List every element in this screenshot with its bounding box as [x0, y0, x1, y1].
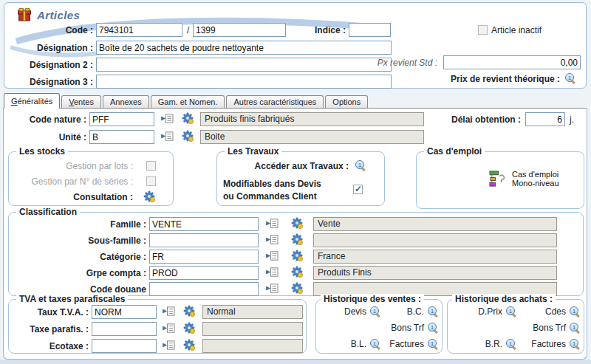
categorie-input[interactable]	[149, 250, 259, 264]
bl-loupe-icon[interactable]	[369, 338, 381, 350]
code-douane-input[interactable]	[149, 282, 259, 296]
devis-loupe-icon[interactable]	[369, 306, 381, 317]
ecotaxe-label: Ecotaxe :	[10, 341, 89, 351]
tva-group: TVA et taxes parafiscales Taux T.V.A. : …	[8, 299, 307, 354]
code-nature-display: Produits finis fabriqués	[200, 112, 424, 126]
grpe-compta-input[interactable]	[149, 266, 259, 280]
consultation-gear-icon[interactable]	[143, 190, 155, 202]
sous-famille-list-picker-icon[interactable]	[266, 235, 279, 244]
famille-input[interactable]	[149, 217, 259, 231]
px-revient-std-input[interactable]	[443, 55, 581, 69]
indice-input[interactable]	[349, 23, 391, 37]
gestion-lots-checkbox	[146, 161, 156, 171]
cas-emploi-tree-icon	[489, 171, 508, 188]
taux-tva-gear-icon[interactable]	[183, 305, 195, 317]
tab-options[interactable]: Options	[325, 95, 368, 108]
code-douane-gear-icon[interactable]	[291, 282, 303, 294]
taxe-parafis-list-picker-icon[interactable]	[163, 323, 175, 333]
taxe-parafis-input[interactable]	[92, 322, 157, 336]
code-suffix-input[interactable]	[193, 23, 286, 37]
travaux-group: Les Travaux Accéder aux Travaux : Modifi…	[216, 151, 385, 206]
page-title: Articles	[37, 9, 80, 21]
unite-gear-icon[interactable]	[182, 130, 194, 142]
travaux-group-title: Les Travaux	[225, 146, 281, 157]
grpe-compta-gear-icon[interactable]	[291, 266, 303, 278]
taux-tva-list-picker-icon[interactable]	[163, 306, 175, 316]
tab-annexes[interactable]: Annexes	[103, 95, 149, 108]
identity-panel: Articles Code : / Indice : Article inact…	[4, 2, 587, 89]
historique-ventes-group: Historique des ventes : Devis B.C. Bons …	[315, 299, 443, 354]
article-inactif-label: Article inactif	[491, 25, 542, 35]
cas-emploi-link-line2: Mono-niveau	[512, 179, 559, 188]
dprix-label: D.Prix	[478, 306, 502, 317]
gift-icon	[16, 7, 33, 21]
article-inactif-checkbox[interactable]	[478, 25, 488, 35]
grpe-compta-list-picker-icon[interactable]	[266, 267, 279, 277]
unite-list-picker-icon[interactable]	[161, 131, 174, 141]
delai-obtention-input[interactable]	[525, 112, 565, 126]
factures-ventes-history-item: Factures	[383, 338, 439, 350]
code-nature-list-picker-icon[interactable]	[161, 114, 174, 123]
tab-generalites[interactable]: Généralités	[4, 93, 60, 109]
modifiables-checkbox[interactable]	[353, 185, 363, 194]
bons-trf-achats-history-item: Bons Trf	[520, 322, 581, 334]
ecotaxe-input[interactable]	[92, 339, 157, 353]
prix-revient-theorique-label: Prix de revient théorique :	[381, 74, 560, 84]
taux-tva-input[interactable]	[92, 305, 157, 319]
sous-famille-gear-icon[interactable]	[291, 233, 303, 245]
classification-group-title: Classification	[16, 207, 80, 217]
acceder-travaux-loupe-icon[interactable]	[355, 159, 366, 171]
tab-autres-caracteristiques[interactable]: Autres caractéristiques	[226, 95, 324, 108]
consultation-label: Consultation :	[12, 192, 133, 202]
categorie-gear-icon[interactable]	[291, 250, 303, 261]
ecotaxe-gear-icon[interactable]	[183, 339, 195, 351]
indice-label: Indice :	[293, 25, 346, 35]
historique-achats-group: Historique des achats : D.Prix Cdes Bons…	[447, 299, 584, 354]
code-nature-input[interactable]	[89, 112, 154, 126]
sous-famille-input[interactable]	[149, 233, 259, 247]
devis-history-item: Devis	[318, 306, 381, 317]
categorie-display: France	[313, 250, 557, 264]
designation2-label: Désignation 2 :	[18, 60, 93, 70]
br-label: B.R.	[485, 339, 502, 349]
code-douane-label: Code douane	[12, 284, 146, 295]
designation3-input[interactable]	[96, 75, 392, 89]
bons-trf-ventes-loupe-icon[interactable]	[427, 322, 439, 334]
taxe-parafis-display	[202, 322, 303, 336]
tab-ventes[interactable]: Ventes	[61, 95, 101, 108]
taxe-parafis-gear-icon[interactable]	[183, 322, 195, 334]
unite-label: Unité :	[10, 132, 86, 142]
gestion-lots-label: Gestion par lots :	[12, 161, 133, 171]
cas-emploi-group-title: Cas d'emploi	[424, 146, 485, 157]
dprix-loupe-icon[interactable]	[505, 306, 517, 317]
ecotaxe-display	[202, 339, 303, 353]
ecotaxe-list-picker-icon[interactable]	[163, 340, 175, 350]
br-loupe-icon[interactable]	[505, 338, 517, 350]
factures-achats-loupe-icon[interactable]	[569, 338, 581, 350]
factures-ventes-loupe-icon[interactable]	[427, 338, 439, 350]
tab-strip: Généralités Ventes Annexes Gam. et Nomen…	[4, 93, 369, 109]
px-revient-std-label: Px revient Std :	[300, 58, 437, 68]
code-nature-gear-icon[interactable]	[182, 112, 194, 124]
categorie-list-picker-icon[interactable]	[266, 251, 279, 261]
historique-ventes-title: Historique des ventes :	[321, 294, 424, 304]
famille-list-picker-icon[interactable]	[266, 219, 279, 228]
bons-trf-achats-loupe-icon[interactable]	[569, 322, 581, 334]
taxe-parafis-label: Taxe parafis. :	[10, 324, 89, 334]
designation-label: Désignation :	[18, 43, 93, 53]
bc-loupe-icon[interactable]	[427, 306, 439, 317]
designation-input[interactable]	[96, 41, 392, 55]
code-douane-list-picker-icon[interactable]	[266, 284, 279, 293]
prix-revient-theorique-loupe-icon[interactable]	[564, 72, 576, 84]
famille-gear-icon[interactable]	[291, 217, 303, 229]
cas-emploi-mono-niveau-button[interactable]: Cas d'emploi Mono-niveau	[489, 170, 559, 188]
historique-achats-title: Historique des achats :	[452, 294, 556, 304]
generalites-tab-panel: Code nature : Produits finis fabriqués D…	[3, 108, 587, 360]
code-input[interactable]	[96, 23, 182, 37]
bl-history-item: B.L.	[318, 338, 381, 350]
cdes-loupe-icon[interactable]	[569, 306, 581, 317]
br-history-item: B.R.	[449, 338, 517, 350]
tab-gam-et-nomen[interactable]: Gam. et Nomen.	[151, 95, 225, 108]
devis-label: Devis	[344, 306, 366, 317]
unite-input[interactable]	[89, 130, 154, 144]
